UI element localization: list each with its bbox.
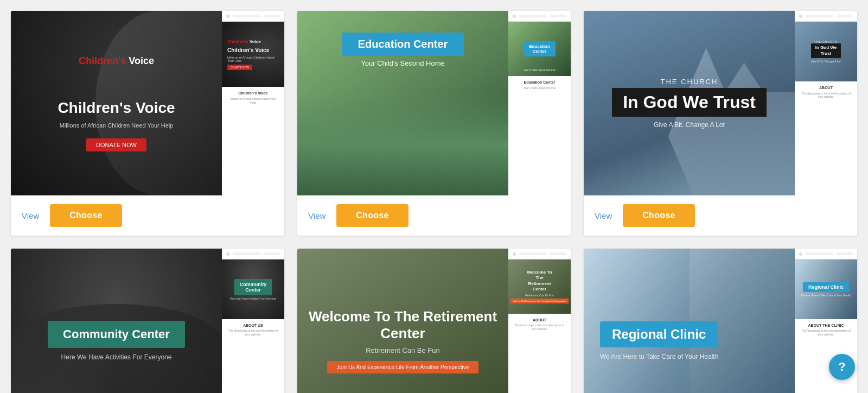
template-grid: Children's Voice Children's Voice Millio… bbox=[11, 11, 857, 393]
help-button[interactable]: ? bbox=[829, 354, 855, 380]
cv-mobile-section-title: Children's Voice bbox=[227, 91, 279, 95]
ec-badge: Education Center bbox=[342, 33, 464, 56]
lc-mobile-text: The about page is the core description o… bbox=[799, 92, 853, 98]
cc-tagline: Here We Have Activities For Everyone bbox=[48, 353, 185, 361]
main-preview: Welcome To The Retirement Center Retirem… bbox=[297, 249, 508, 393]
cv-subtitle-main: Millions of African Children Need Your H… bbox=[58, 122, 175, 129]
mobile-preview: Children's Voice Children's Voice Millio… bbox=[222, 11, 284, 195]
choose-button[interactable]: Choose bbox=[336, 204, 408, 227]
card-preview: THE CHURCH In God We Trust Give A Bit. C… bbox=[584, 11, 857, 195]
view-link[interactable]: View bbox=[308, 211, 326, 220]
card-local-church: THE CHURCH In God We Trust Give A Bit. C… bbox=[584, 11, 857, 236]
card-actions: View Choose bbox=[297, 195, 571, 236]
cv-logo-main: Children's Voice bbox=[58, 55, 175, 67]
choose-button[interactable]: Choose bbox=[623, 204, 694, 227]
main-preview: Children's Voice Children's Voice Millio… bbox=[11, 11, 222, 195]
mobile-preview: Welcome ToTheRetirementCenter Retirement… bbox=[508, 249, 571, 393]
cv-mobile-text: Millions of African Children Need Your H… bbox=[227, 97, 279, 105]
view-link[interactable]: View bbox=[22, 211, 39, 220]
lc-mobile-title: In God WeTrust bbox=[811, 43, 841, 58]
main-preview: Community Center Here We Have Activities… bbox=[11, 249, 222, 393]
rc-mobile-tagline: Retirement Can Be Fun bbox=[525, 294, 554, 297]
card-preview: Education Center Your Child's Second Hom… bbox=[297, 11, 571, 195]
mobile-preview: THE CHURCH In God WeTrust Give A Bit. Ch… bbox=[795, 11, 857, 195]
card-retirement-centers: Welcome To The Retirement Center Retirem… bbox=[297, 249, 571, 393]
ec-mobile-badge: EducationCenter bbox=[524, 41, 556, 56]
card-actions: View Choose bbox=[11, 195, 284, 236]
lc-subtitle: THE CHURCH bbox=[612, 78, 767, 86]
cv-mobile-donate-button[interactable]: DONATE NOW bbox=[227, 65, 252, 70]
rgc-mobile-section-title: ABOUT THE CLINIC bbox=[799, 324, 853, 327]
cv-mobile-title: Children's Voice bbox=[227, 47, 269, 54]
rgc-badge: Regional Clinic bbox=[600, 321, 718, 347]
lc-tagline: Give A Bit. Change A Lot bbox=[612, 121, 767, 129]
card-education-center: Education Center Your Child's Second Hom… bbox=[297, 11, 571, 236]
mobile-preview: EducationCenter Your Child's Second Home… bbox=[508, 11, 571, 195]
rgc-tagline: We Are Here to Take Care of Your Health bbox=[600, 353, 718, 360]
card-childrens-voice: Children's Voice Children's Voice Millio… bbox=[11, 11, 284, 236]
ec-tagline: Your Child's Second Home bbox=[361, 59, 444, 67]
rgc-mobile-badge: Regional Clinic bbox=[803, 282, 849, 292]
rc-mobile-title: Welcome ToTheRetirementCenter bbox=[527, 270, 552, 293]
cc-mobile-section-title: ABOUT US bbox=[226, 324, 280, 327]
cv-title-main: Children's Voice bbox=[58, 99, 175, 117]
rc-tagline: Retirement Can Be Fun bbox=[308, 346, 497, 354]
ec-mobile-section-title: Education Center bbox=[513, 80, 566, 84]
card-preview: Regional Clinic We Are Here to Take Care… bbox=[584, 249, 857, 393]
rc-mobile-section-title: ABOUT bbox=[513, 318, 566, 322]
card-preview: Community Center Here We Have Activities… bbox=[11, 249, 284, 393]
view-link[interactable]: View bbox=[595, 211, 612, 220]
ec-mobile-text: Your Child's Second Home bbox=[513, 86, 566, 90]
lc-title: In God We Trust bbox=[612, 88, 767, 117]
rc-mobile-cta-button[interactable]: Join Us And Experience Life From Another… bbox=[510, 299, 569, 303]
cc-mobile-tagline: Here We Have Activities For Everyone bbox=[230, 297, 276, 300]
rc-cta-button[interactable]: Join Us And Experience Life From Another… bbox=[327, 361, 478, 373]
main-preview: Education Center Your Child's Second Hom… bbox=[297, 11, 508, 195]
card-preview: Children's Voice Children's Voice Millio… bbox=[11, 11, 284, 195]
card-regional-clinic: Regional Clinic We Are Here to Take Care… bbox=[584, 249, 857, 393]
rgc-mobile-tagline: We Are Here to Take Care of Your Health bbox=[801, 294, 851, 297]
ec-mobile-tagline: Your Child's Second Home bbox=[524, 68, 556, 72]
cc-mobile-badge: CommunityCenter bbox=[234, 279, 272, 295]
rc-mobile-text: The About page is the core description o… bbox=[513, 324, 566, 331]
card-preview: Welcome To The Retirement Center Retirem… bbox=[297, 249, 571, 393]
rc-title: Welcome To The Retirement Center bbox=[308, 308, 497, 342]
cc-mobile-text: The About page is the core description o… bbox=[226, 329, 280, 337]
card-community-center: Community Center Here We Have Activities… bbox=[11, 249, 284, 393]
lc-mobile-section-title: ABOUT bbox=[799, 86, 853, 90]
cv-donate-button[interactable]: DONATE NOW bbox=[86, 138, 146, 151]
mobile-preview: CommunityCenter Here We Have Activities … bbox=[222, 249, 284, 393]
main-preview: THE CHURCH In God We Trust Give A Bit. C… bbox=[584, 11, 795, 195]
card-actions: View Choose bbox=[584, 195, 857, 236]
choose-button[interactable]: Choose bbox=[50, 204, 122, 227]
lc-mobile-tagline: Give A Bit. Change A Lot bbox=[811, 60, 840, 63]
rgc-mobile-text: The About page is the core description o… bbox=[799, 329, 853, 337]
main-preview: Regional Clinic We Are Here to Take Care… bbox=[584, 249, 795, 393]
cc-badge: Community Center bbox=[48, 321, 185, 348]
cv-mobile-sub: Millions of African Children Need Your H… bbox=[227, 56, 279, 62]
